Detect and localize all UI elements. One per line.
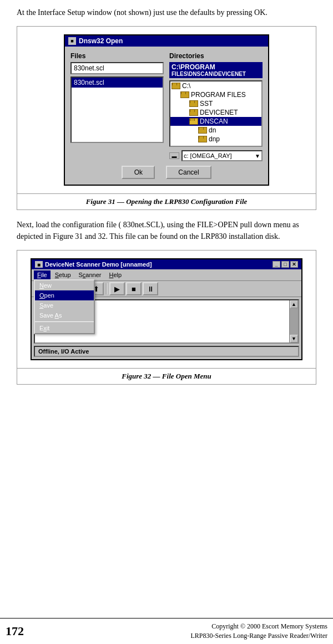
dir-item-label: SST — [200, 100, 213, 108]
footer-text: Copyright © 2000 Escort Memory Systems L… — [33, 622, 327, 641]
disk-select[interactable]: c: [OMEGA_RAY] ▼ — [181, 150, 263, 161]
dir-item-program-files[interactable]: PROGRAM FILES — [170, 90, 261, 99]
folder-open-icon — [189, 118, 198, 125]
scrollbar[interactable]: ▲ ▼ — [289, 300, 298, 343]
menu-item-setup[interactable]: Setup — [52, 270, 74, 279]
dir-item-devicenet[interactable]: DEVICENET — [170, 108, 261, 117]
dir-item-label: dnp — [209, 135, 220, 143]
toolbar-stop-button[interactable]: ■ — [126, 282, 142, 295]
dialog-buttons: Ok Cancel — [70, 166, 263, 179]
ok-button[interactable]: Ok — [122, 166, 155, 179]
dir-item-dnscan[interactable]: DNSCAN — [170, 117, 261, 126]
titlebar-left: ■ DeviceNet Scanner Demo [unnamed] — [35, 261, 152, 268]
dialog-body: Files 830net.scl 830net.scl Directories … — [65, 47, 268, 185]
menu-new[interactable]: New — [35, 280, 94, 290]
folder-icon — [198, 136, 207, 142]
menu-item-file[interactable]: File New Open Save Save As Exit — [34, 270, 51, 279]
dir-path: C:\PROGRAM FILES\DNSCAN\DEVICENET — [169, 62, 263, 78]
maximize-button[interactable]: □ — [281, 261, 289, 268]
folder-icon — [180, 91, 189, 98]
page-footer: 172 Copyright © 2000 Escort Memory Syste… — [0, 618, 333, 644]
folder-icon — [189, 109, 198, 116]
figure-32-inner: ■ DeviceNet Scanner Demo [unnamed] _ □ ✕… — [17, 251, 316, 368]
intro-text: At the Interface Setup window (not shown… — [17, 7, 316, 18]
menu-exit[interactable]: Exit — [35, 323, 94, 333]
toolbar-pause-button[interactable]: ⏸ — [143, 282, 158, 295]
dropdown-arrow-icon: ▼ — [255, 153, 260, 159]
figure-31-box: ■ Dnsw32 Open Files 830net.scl 830net.sc… — [17, 26, 316, 210]
app-window: ■ DeviceNet Scanner Demo [unnamed] _ □ ✕… — [31, 258, 302, 360]
dir-item-label: DNSCAN — [200, 117, 228, 125]
dialog-title-text: Dnsw32 Open — [79, 37, 123, 45]
dir-item-label: C:\ — [182, 82, 190, 90]
dialog-titlebar: ■ Dnsw32 Open — [65, 35, 268, 47]
minimize-button[interactable]: _ — [273, 261, 280, 268]
dir-item-dn[interactable]: dn — [170, 126, 261, 135]
scroll-track[interactable] — [290, 308, 298, 335]
menu-file-label: File — [37, 272, 47, 278]
menu-save-as[interactable]: Save As — [35, 310, 94, 320]
menu-separator — [35, 321, 94, 322]
file-input[interactable]: 830net.scl — [70, 62, 164, 74]
cancel-button[interactable]: Cancel — [166, 166, 211, 179]
files-column: Files 830net.scl 830net.scl — [70, 52, 164, 161]
dirs-label: Directories — [169, 52, 263, 60]
mid-text: Next, load the configuration file ( 830n… — [17, 219, 316, 242]
folder-icon — [171, 83, 180, 89]
dir-item-c[interactable]: C:\ — [170, 81, 261, 90]
disk-row: ▬ c: [OMEGA_RAY] ▼ — [169, 150, 263, 161]
dir-list[interactable]: C:\ PROGRAM FILES SST — [169, 80, 263, 147]
file-dropdown-menu: New Open Save Save As Exit — [34, 279, 95, 334]
dir-item-label: DEVICENET — [200, 109, 238, 116]
folder-icon — [198, 127, 207, 134]
dir-item-label: dn — [209, 126, 216, 134]
app-menubar: File New Open Save Save As Exit Setup Sc… — [32, 269, 301, 281]
menu-item-scanner[interactable]: Scanner — [75, 270, 105, 279]
figure-31-caption: Figure 31 — Opening the LRP830 Configura… — [17, 193, 316, 209]
figure-32-box: ■ DeviceNet Scanner Demo [unnamed] _ □ ✕… — [17, 250, 316, 385]
menu-save[interactable]: Save — [35, 300, 94, 310]
disk-label: c: [OMEGA_RAY] — [184, 152, 232, 159]
toolbar-separator-2 — [106, 283, 107, 294]
figure-32-caption: Figure 32 — File Open Menu — [17, 368, 316, 384]
scroll-down-button[interactable]: ▼ — [290, 335, 298, 343]
status-bar: Offline, I/O Active — [34, 346, 299, 357]
app-title: DeviceNet Scanner Demo [unnamed] — [45, 261, 152, 268]
footer-copyright: Copyright © 2000 Escort Memory Systems — [33, 622, 327, 631]
titlebar-controls: _ □ ✕ — [273, 261, 298, 268]
figure-31-inner: ■ Dnsw32 Open Files 830net.scl 830net.sc… — [17, 27, 316, 193]
folder-icon — [189, 100, 198, 107]
dnsw32-dialog: ■ Dnsw32 Open Files 830net.scl 830net.sc… — [64, 34, 269, 186]
dir-item-sst[interactable]: SST — [170, 99, 261, 108]
disk-icon: ▬ — [169, 152, 179, 159]
files-label: Files — [70, 52, 164, 60]
dir-item-label: PROGRAM FILES — [191, 91, 246, 99]
menu-item-help[interactable]: Help — [106, 270, 125, 279]
app-titlebar: ■ DeviceNet Scanner Demo [unnamed] _ □ ✕ — [32, 259, 301, 269]
close-button[interactable]: ✕ — [290, 261, 298, 268]
menu-open[interactable]: Open — [35, 290, 94, 300]
file-list-item[interactable]: 830net.scl — [72, 78, 163, 88]
dirs-column: Directories C:\PROGRAM FILES\DNSCAN\DEVI… — [169, 52, 263, 161]
footer-product: LRP830-Series Long-Range Passive Reader/… — [33, 631, 327, 641]
toolbar-play-button[interactable]: ▶ — [109, 282, 125, 295]
dialog-columns: Files 830net.scl 830net.scl Directories … — [70, 52, 263, 161]
dialog-title-icon: ■ — [68, 37, 76, 45]
page-number: 172 — [6, 624, 24, 638]
dir-item-dnp[interactable]: dnp — [170, 135, 261, 144]
scroll-up-button[interactable]: ▲ — [290, 300, 298, 308]
app-icon: ■ — [35, 261, 43, 268]
file-list[interactable]: 830net.scl — [70, 76, 164, 143]
